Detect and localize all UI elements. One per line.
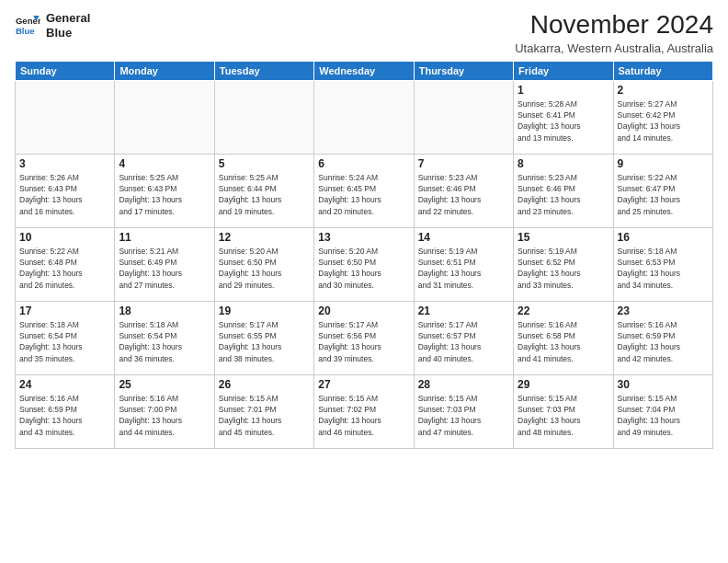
day-number: 21 [418, 304, 509, 317]
day-info: Sunrise: 5:19 AM Sunset: 6:51 PM Dayligh… [418, 246, 509, 291]
day-info: Sunrise: 5:19 AM Sunset: 6:52 PM Dayligh… [518, 246, 609, 291]
day-number: 11 [119, 231, 210, 244]
day-info: Sunrise: 5:15 AM Sunset: 7:04 PM Dayligh… [618, 393, 709, 438]
calendar-cell: 3Sunrise: 5:26 AM Sunset: 6:43 PM Daylig… [16, 154, 115, 227]
logo-icon: General Blue [15, 13, 40, 39]
day-number: 1 [518, 84, 609, 97]
day-number: 7 [418, 157, 509, 170]
calendar-cell: 8Sunrise: 5:23 AM Sunset: 6:46 PM Daylig… [514, 154, 613, 227]
day-info: Sunrise: 5:24 AM Sunset: 6:45 PM Dayligh… [318, 172, 409, 217]
day-number: 24 [19, 378, 110, 391]
calendar-cell: 28Sunrise: 5:15 AM Sunset: 7:03 PM Dayli… [414, 374, 513, 448]
day-number: 19 [219, 304, 310, 317]
day-number: 29 [518, 378, 609, 391]
calendar-cell: 27Sunrise: 5:15 AM Sunset: 7:02 PM Dayli… [314, 374, 414, 448]
title-block: November 2024 Utakarra, Western Australi… [515, 11, 713, 55]
weekday-header-sunday: Sunday [16, 61, 115, 80]
calendar-cell [214, 80, 313, 154]
page: General Blue General Blue November 2024 … [0, 0, 728, 563]
day-number: 12 [219, 231, 310, 244]
day-number: 6 [318, 157, 409, 170]
day-number: 27 [318, 378, 409, 391]
calendar-cell: 19Sunrise: 5:17 AM Sunset: 6:55 PM Dayli… [214, 301, 313, 374]
calendar-cell: 12Sunrise: 5:20 AM Sunset: 6:50 PM Dayli… [214, 227, 313, 301]
day-info: Sunrise: 5:15 AM Sunset: 7:03 PM Dayligh… [518, 393, 609, 438]
calendar-cell: 5Sunrise: 5:25 AM Sunset: 6:44 PM Daylig… [214, 154, 313, 227]
day-info: Sunrise: 5:23 AM Sunset: 6:46 PM Dayligh… [518, 172, 609, 217]
calendar-cell [414, 80, 513, 154]
location: Utakarra, Western Australia, Australia [515, 41, 713, 55]
calendar-cell: 15Sunrise: 5:19 AM Sunset: 6:52 PM Dayli… [514, 227, 613, 301]
calendar-cell: 21Sunrise: 5:17 AM Sunset: 6:57 PM Dayli… [414, 301, 513, 374]
day-number: 28 [418, 378, 509, 391]
header: General Blue General Blue November 2024 … [15, 11, 713, 55]
day-info: Sunrise: 5:17 AM Sunset: 6:57 PM Dayligh… [418, 319, 509, 364]
calendar-cell [16, 80, 115, 154]
week-row-4: 17Sunrise: 5:18 AM Sunset: 6:54 PM Dayli… [16, 301, 713, 374]
day-info: Sunrise: 5:17 AM Sunset: 6:56 PM Dayligh… [318, 319, 409, 364]
calendar-cell: 4Sunrise: 5:25 AM Sunset: 6:43 PM Daylig… [115, 154, 214, 227]
day-info: Sunrise: 5:22 AM Sunset: 6:47 PM Dayligh… [618, 172, 709, 217]
calendar-cell: 25Sunrise: 5:16 AM Sunset: 7:00 PM Dayli… [115, 374, 214, 448]
calendar-cell: 6Sunrise: 5:24 AM Sunset: 6:45 PM Daylig… [314, 154, 414, 227]
week-row-1: 1Sunrise: 5:28 AM Sunset: 6:41 PM Daylig… [16, 80, 713, 154]
logo: General Blue General Blue [15, 11, 90, 40]
calendar-cell: 17Sunrise: 5:18 AM Sunset: 6:54 PM Dayli… [16, 301, 115, 374]
day-info: Sunrise: 5:16 AM Sunset: 6:58 PM Dayligh… [518, 319, 609, 364]
day-number: 25 [119, 378, 210, 391]
day-number: 26 [219, 378, 310, 391]
weekday-header-thursday: Thursday [414, 61, 513, 80]
week-row-2: 3Sunrise: 5:26 AM Sunset: 6:43 PM Daylig… [16, 154, 713, 227]
calendar-cell: 23Sunrise: 5:16 AM Sunset: 6:59 PM Dayli… [613, 301, 712, 374]
calendar-cell [314, 80, 414, 154]
weekday-header-tuesday: Tuesday [214, 61, 313, 80]
day-number: 16 [618, 231, 709, 244]
day-info: Sunrise: 5:26 AM Sunset: 6:43 PM Dayligh… [19, 172, 110, 217]
day-info: Sunrise: 5:18 AM Sunset: 6:53 PM Dayligh… [618, 246, 709, 291]
day-number: 2 [618, 84, 709, 97]
day-number: 23 [618, 304, 709, 317]
weekday-header-saturday: Saturday [613, 61, 712, 80]
day-info: Sunrise: 5:15 AM Sunset: 7:01 PM Dayligh… [219, 393, 310, 438]
day-number: 17 [19, 304, 110, 317]
day-number: 13 [318, 231, 409, 244]
weekday-header-wednesday: Wednesday [314, 61, 414, 80]
day-number: 14 [418, 231, 509, 244]
calendar-cell: 10Sunrise: 5:22 AM Sunset: 6:48 PM Dayli… [16, 227, 115, 301]
calendar-cell: 24Sunrise: 5:16 AM Sunset: 6:59 PM Dayli… [16, 374, 115, 448]
day-number: 4 [119, 157, 210, 170]
day-number: 10 [19, 231, 110, 244]
day-number: 15 [518, 231, 609, 244]
calendar-cell: 7Sunrise: 5:23 AM Sunset: 6:46 PM Daylig… [414, 154, 513, 227]
day-info: Sunrise: 5:15 AM Sunset: 7:02 PM Dayligh… [318, 393, 409, 438]
day-info: Sunrise: 5:18 AM Sunset: 6:54 PM Dayligh… [119, 319, 210, 364]
calendar-cell: 11Sunrise: 5:21 AM Sunset: 6:49 PM Dayli… [115, 227, 214, 301]
day-info: Sunrise: 5:25 AM Sunset: 6:43 PM Dayligh… [119, 172, 210, 217]
day-info: Sunrise: 5:15 AM Sunset: 7:03 PM Dayligh… [418, 393, 509, 438]
calendar-cell: 14Sunrise: 5:19 AM Sunset: 6:51 PM Dayli… [414, 227, 513, 301]
calendar-cell: 26Sunrise: 5:15 AM Sunset: 7:01 PM Dayli… [214, 374, 313, 448]
day-number: 22 [518, 304, 609, 317]
day-info: Sunrise: 5:20 AM Sunset: 6:50 PM Dayligh… [219, 246, 310, 291]
calendar-cell: 9Sunrise: 5:22 AM Sunset: 6:47 PM Daylig… [613, 154, 712, 227]
day-info: Sunrise: 5:22 AM Sunset: 6:48 PM Dayligh… [19, 246, 110, 291]
day-info: Sunrise: 5:23 AM Sunset: 6:46 PM Dayligh… [418, 172, 509, 217]
day-info: Sunrise: 5:17 AM Sunset: 6:55 PM Dayligh… [219, 319, 310, 364]
day-number: 5 [219, 157, 310, 170]
day-info: Sunrise: 5:16 AM Sunset: 6:59 PM Dayligh… [19, 393, 110, 438]
svg-text:Blue: Blue [16, 25, 35, 35]
day-number: 30 [618, 378, 709, 391]
calendar-cell: 29Sunrise: 5:15 AM Sunset: 7:03 PM Dayli… [514, 374, 613, 448]
calendar-cell: 20Sunrise: 5:17 AM Sunset: 6:56 PM Dayli… [314, 301, 414, 374]
day-info: Sunrise: 5:16 AM Sunset: 7:00 PM Dayligh… [119, 393, 210, 438]
day-info: Sunrise: 5:20 AM Sunset: 6:50 PM Dayligh… [318, 246, 409, 291]
calendar-cell: 1Sunrise: 5:28 AM Sunset: 6:41 PM Daylig… [514, 80, 613, 154]
day-info: Sunrise: 5:21 AM Sunset: 6:49 PM Dayligh… [119, 246, 210, 291]
day-info: Sunrise: 5:27 AM Sunset: 6:42 PM Dayligh… [618, 98, 709, 144]
calendar-cell: 13Sunrise: 5:20 AM Sunset: 6:50 PM Dayli… [314, 227, 414, 301]
day-number: 3 [19, 157, 110, 170]
logo-general: General [46, 11, 90, 26]
calendar-cell: 18Sunrise: 5:18 AM Sunset: 6:54 PM Dayli… [115, 301, 214, 374]
calendar-cell: 2Sunrise: 5:27 AM Sunset: 6:42 PM Daylig… [613, 80, 712, 154]
calendar-cell: 30Sunrise: 5:15 AM Sunset: 7:04 PM Dayli… [613, 374, 712, 448]
